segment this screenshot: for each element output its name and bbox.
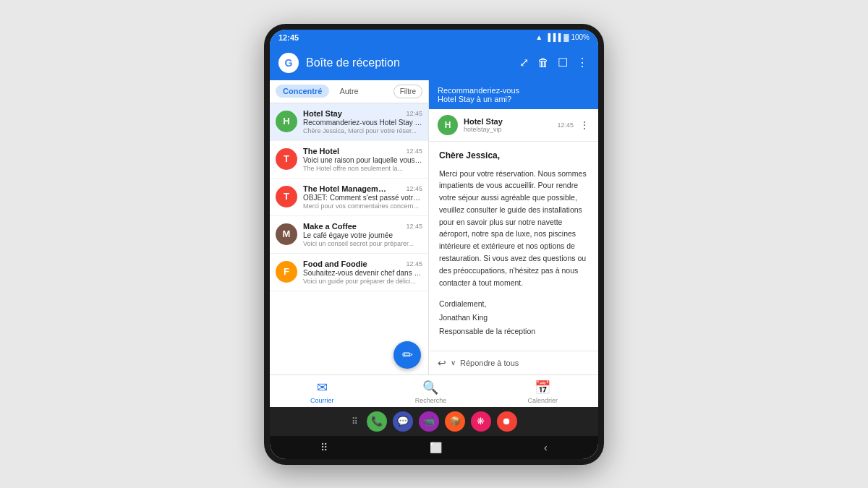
more-icon[interactable]: ⋮ <box>575 54 590 71</box>
compose-icon: ✏ <box>402 347 413 363</box>
email-signature: Cordialement, Jonathan King Responsable … <box>439 297 588 338</box>
email-detail-panel: Recommanderiez-vous Hotel Stay à un ami?… <box>429 80 598 374</box>
chevron-down-icon: ∨ <box>451 359 456 367</box>
email-subject-1: Recommanderiez-vous Hotel Stay à un a... <box>303 119 422 127</box>
email-item-header-3: The Hotel Management 12:45 <box>303 184 422 193</box>
email-sender-5: Food and Foodie <box>303 260 367 268</box>
archive-icon[interactable]: ☐ <box>556 54 569 71</box>
email-list-panel: Concentré Autre Filtre H Hotel Stay 12:4… <box>270 80 429 374</box>
search-nav-icon: 🔍 <box>422 380 438 395</box>
signature-line-1: Cordialement, <box>439 297 588 311</box>
signature-line-3: Responsable de la réception <box>439 325 588 338</box>
header-actions: ⤢ 🗑 ☐ ⋮ <box>518 54 590 71</box>
avatar-hotel-stay: H <box>276 111 297 132</box>
nav-item-search[interactable]: 🔍 Recherche <box>415 380 447 404</box>
android-back-icon[interactable]: ‹ <box>544 442 548 453</box>
detail-more-icon[interactable]: ⋮ <box>579 119 590 131</box>
detail-sender-email: hotelstay_vip <box>464 126 551 133</box>
mail-nav-icon: ✉ <box>317 380 328 395</box>
main-content: Concentré Autre Filtre H Hotel Stay 12:4… <box>270 80 598 374</box>
bottom-nav: ✉ Courrier 🔍 Recherche 📅 Calendrier <box>270 374 598 407</box>
email-greeting: Chère Jessica, <box>439 150 588 160</box>
reply-all-button[interactable]: Répondre à tous <box>460 359 519 367</box>
email-preview-2: The Hotel offre non seulement la... <box>303 165 422 172</box>
android-menu-icon[interactable]: ⠿ <box>320 442 328 453</box>
nav-item-calendar[interactable]: 📅 Calendrier <box>527 380 558 404</box>
email-detail-body: Chère Jessica, Merci pour votre réservat… <box>429 142 598 351</box>
email-preview-3: Merci pour vos commentaires concern... <box>303 202 422 210</box>
email-item-3[interactable]: T The Hotel Management 12:45 OBJET: Comm… <box>270 179 428 216</box>
app-dock: ⠿ 📞 💬 📹 📦 ❋ ⏺ <box>270 407 598 436</box>
detail-time: 12:45 <box>557 121 574 129</box>
detail-sender-name: Hotel Stay <box>464 117 551 126</box>
avatar-hotel-mgmt: T <box>276 186 297 207</box>
status-bar: 12:45 ▲ ▐▐▐ ▓ 100% <box>270 30 598 46</box>
wifi-icon: ▲ <box>535 33 542 41</box>
reply-all-icon: ↩︎ <box>438 357 446 369</box>
android-home-icon[interactable]: ⬜ <box>430 442 442 453</box>
tab-focused[interactable]: Concentré <box>276 85 329 98</box>
email-item-body-3: The Hotel Management 12:45 OBJET: Commen… <box>303 184 422 210</box>
email-item-body-2: The Hotel 12:45 Voici une raison pour la… <box>303 147 422 172</box>
email-subject-5: Souhaitez-vous devenir chef dans votre..… <box>303 269 422 277</box>
device-frame: 12:45 ▲ ▐▐▐ ▓ 100% G Boîte de réception … <box>264 24 604 465</box>
email-item-header-1: Hotel Stay 12:45 <box>303 109 422 118</box>
email-sender-1: Hotel Stay <box>303 109 342 118</box>
dock-record[interactable]: ⏺ <box>497 411 517 432</box>
email-preview-5: Voici un guide pour préparer de délici..… <box>303 278 422 285</box>
email-detail-footer: ↩︎ ∨ Répondre à tous <box>429 351 598 374</box>
nav-item-mail[interactable]: ✉ Courrier <box>310 380 334 404</box>
email-item-2[interactable]: T The Hotel 12:45 Voici une raison pour … <box>270 141 428 179</box>
avatar-food: F <box>276 261 297 283</box>
mail-nav-label: Courrier <box>310 397 334 404</box>
apps-grid-icon[interactable]: ⠿ <box>352 416 358 427</box>
dock-package[interactable]: 📦 <box>445 411 465 432</box>
status-time: 12:45 <box>278 33 299 42</box>
banner-text-1: Recommanderiez-vous <box>438 86 519 95</box>
banner-text-2: Hotel Stay à un ami? <box>438 95 519 103</box>
email-item-5[interactable]: F Food and Foodie 12:45 Souhaitez-vous d… <box>270 254 428 291</box>
email-item-header-2: The Hotel 12:45 <box>303 147 422 155</box>
expand-icon[interactable]: ⤢ <box>518 54 530 71</box>
search-nav-label: Recherche <box>415 397 447 404</box>
dock-video[interactable]: 📹 <box>419 411 439 432</box>
tab-other[interactable]: Autre <box>332 85 365 98</box>
email-preview-1: Chère Jessica, Merci pour votre réser... <box>303 127 422 134</box>
app-header: G Boîte de réception ⤢ 🗑 ☐ ⋮ <box>270 46 598 80</box>
email-preview-4: Voici un conseil secret pour préparer... <box>303 240 422 247</box>
detail-avatar: H <box>438 115 458 135</box>
email-item-4[interactable]: M Make a Coffee 12:45 Le café égaye votr… <box>270 216 428 254</box>
email-tabs: Concentré Autre Filtre <box>270 80 428 103</box>
avatar-the-hotel: T <box>276 148 297 170</box>
android-nav: ⠿ ⬜ ‹ <box>270 436 598 459</box>
email-time-1: 12:45 <box>406 110 422 117</box>
dock-phone[interactable]: 📞 <box>367 411 387 432</box>
email-item-body-5: Food and Foodie 12:45 Souhaitez-vous dev… <box>303 260 422 285</box>
email-time-5: 12:45 <box>406 260 422 267</box>
status-icons: ▲ ▐▐▐ ▓ 100% <box>535 33 590 41</box>
email-item-body-4: Make a Coffee 12:45 Le café égaye votre … <box>303 222 422 247</box>
email-body-text: Merci pour votre réservation. Nous somme… <box>439 168 588 289</box>
filter-button[interactable]: Filtre <box>393 85 422 98</box>
email-subject-2: Voici une raison pour laquelle vous deve… <box>303 156 422 164</box>
email-time-2: 12:45 <box>406 147 422 155</box>
delete-icon[interactable]: 🗑 <box>536 55 550 71</box>
dock-asterisk[interactable]: ❋ <box>471 411 491 432</box>
battery-icon: ▓ 100% <box>563 33 590 41</box>
email-item-1[interactable]: H Hotel Stay 12:45 Recommanderiez-vous H… <box>270 103 428 141</box>
email-list: H Hotel Stay 12:45 Recommanderiez-vous H… <box>270 103 428 338</box>
email-time-3: 12:45 <box>406 185 422 192</box>
avatar-coffee: M <box>276 223 297 245</box>
signature-line-2: Jonathan King <box>439 311 588 325</box>
device-screen: 12:45 ▲ ▐▐▐ ▓ 100% G Boîte de réception … <box>270 30 598 459</box>
email-subject-4: Le café égaye votre journée <box>303 231 422 239</box>
email-detail-header: H Hotel Stay hotelstay_vip 12:45 ⋮ <box>429 109 598 142</box>
email-item-header-5: Food and Foodie 12:45 <box>303 260 422 268</box>
email-time-4: 12:45 <box>406 223 422 230</box>
email-sender-2: The Hotel <box>303 147 339 155</box>
calendar-nav-label: Calendrier <box>527 397 558 404</box>
email-detail-banner: Recommanderiez-vous Hotel Stay à un ami? <box>429 80 598 109</box>
compose-fab[interactable]: ✏ <box>393 341 421 369</box>
email-subject-3: OBJET: Comment s'est passé votre séj... <box>303 194 422 202</box>
dock-messages[interactable]: 💬 <box>393 411 413 432</box>
